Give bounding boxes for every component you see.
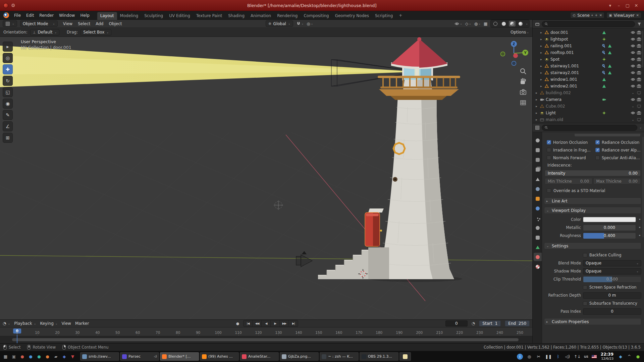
disclosure-arrow[interactable]: ▸ [539, 78, 543, 81]
disclosure-arrow[interactable]: ▸ [539, 64, 543, 68]
ssr-checkbox[interactable] [583, 285, 587, 290]
menu-edit[interactable]: Edit [24, 12, 36, 18]
menu-window[interactable]: Window [57, 12, 77, 18]
orientation-setting-dropdown[interactable]: ⊥ Default⌄ [30, 29, 59, 36]
add-workspace-button[interactable]: + [396, 13, 405, 18]
select-box-tool[interactable]: ▸ [3, 42, 13, 52]
hide-toggle-icon[interactable] [631, 50, 635, 55]
flag-icon[interactable] [592, 355, 597, 358]
window-shade-button[interactable]: ▾ [606, 3, 614, 8]
proportional-editing-toggle[interactable]: ◎⌄ [307, 21, 313, 26]
launcher-blue-icon[interactable]: ● [27, 353, 35, 361]
tab-compositing[interactable]: Compositing [301, 12, 332, 20]
hide-toggle-icon[interactable] [631, 70, 635, 75]
transform-tool[interactable]: ◉ [3, 99, 13, 109]
frame-start-field[interactable]: Start 1 [479, 320, 501, 326]
outliner-item[interactable]: ▸railing.001 [533, 43, 644, 49]
blend-mode-dropdown[interactable]: Opaque⌄ [583, 260, 641, 266]
outliner-scrollbar[interactable] [642, 31, 643, 67]
menu-help[interactable]: Help [78, 12, 92, 18]
tab-texture[interactable] [534, 262, 542, 271]
keyframe-dot[interactable]: • [638, 234, 641, 237]
menu-render[interactable]: Render [37, 12, 56, 18]
checkbox[interactable] [595, 140, 600, 144]
add-cube-tool[interactable]: ⊞ [3, 133, 13, 143]
viewport-menu-view[interactable]: View [61, 21, 75, 27]
outliner-item[interactable]: ▸building.002⌄ [533, 89, 644, 96]
taskbar-window-obs-29-1-3[interactable]: OBS 29.1.3... [360, 352, 398, 361]
viewport-3d[interactable]: Z Y [0, 37, 532, 319]
minimize-button[interactable]: – [614, 3, 623, 8]
property-checkbox-right[interactable]: Radiance Occlusion [593, 140, 641, 145]
xray-toggle[interactable]: ▦ [484, 21, 487, 26]
render-toggle-icon[interactable] [637, 97, 641, 102]
outliner-item[interactable]: ▸Light [533, 110, 644, 116]
disclosure-arrow[interactable]: ▸ [539, 44, 543, 48]
tab-shading[interactable]: Shading [225, 12, 248, 20]
property-checkbox-left[interactable]: Normals Forward [544, 156, 593, 160]
editor-type-button[interactable]: ⌄ [3, 20, 17, 27]
hide-toggle-icon[interactable] [631, 57, 635, 62]
restrict-chevron-icon[interactable]: ⌄ [631, 91, 635, 95]
pin-icon[interactable]: ⌖ [591, 13, 593, 17]
tab-world[interactable] [534, 185, 542, 193]
outliner-item[interactable]: ▸window2.001 [533, 83, 644, 89]
cursor-tool[interactable]: ◎ [3, 53, 13, 63]
property-checkbox-left[interactable]: Horizon Occlusion [544, 140, 593, 145]
tab-constraints[interactable] [534, 233, 542, 242]
properties-editor-icon[interactable] [535, 125, 540, 130]
taskbar-window-smb-awv[interactable]: smb://awv... [80, 352, 119, 361]
keyboard-layout-indicator[interactable]: us [584, 354, 588, 359]
snap-toggle[interactable]: ⌄ [296, 21, 304, 26]
volume-icon[interactable]: ◁) [565, 354, 571, 360]
hide-toggle-icon[interactable] [631, 111, 635, 115]
timeline-ruler[interactable]: 0 01020304050607080901001101201301401501… [0, 327, 532, 336]
preview-range-toggle[interactable]: ◔ [472, 321, 475, 326]
hide-toggle-icon[interactable] [631, 64, 635, 68]
auto-keying-toggle[interactable]: ● [236, 321, 239, 326]
launcher-teal-icon[interactable]: ● [35, 353, 43, 361]
unlink-layer-icon[interactable]: ✕ [636, 13, 639, 17]
checkbox[interactable] [595, 156, 600, 160]
outliner-item[interactable]: ▸lightspot [533, 36, 644, 43]
blender-logo-icon[interactable] [3, 12, 9, 18]
disclosure-arrow[interactable]: ▸ [539, 84, 543, 88]
disclosure-arrow[interactable]: ▸ [539, 31, 543, 34]
refraction-depth-field[interactable]: 0 m [583, 292, 641, 299]
info-indicator[interactable]: i [517, 354, 523, 360]
tab-texture-paint[interactable]: Texture Paint [193, 12, 225, 20]
current-frame-field[interactable]: 0 [445, 320, 468, 326]
monitor-icon[interactable] [637, 90, 641, 95]
checkbox[interactable] [547, 140, 551, 144]
tab-sculpting[interactable]: Sculpting [141, 12, 166, 20]
viewport-canvas[interactable]: Z Y [0, 37, 532, 319]
render-toggle-icon[interactable] [637, 77, 641, 82]
overlays-toggle[interactable]: ◍⌄ [474, 21, 481, 26]
status-icon-green[interactable]: ● [635, 354, 641, 360]
timeline-menu-view[interactable]: View [61, 321, 71, 326]
pause-icon[interactable]: ❚❚ [545, 354, 552, 360]
new-scene-icon[interactable]: + [595, 13, 597, 17]
rendered-shading-button[interactable] [517, 21, 524, 26]
bluetooth-icon[interactable]: ᛒ [555, 354, 561, 360]
outliner-item[interactable]: ▸Spot [533, 56, 644, 63]
tab-animation[interactable]: Animation [248, 12, 274, 20]
checkbox[interactable] [547, 148, 551, 152]
properties-search[interactable] [542, 125, 637, 131]
outliner-item[interactable]: ▸stairway2.001 [533, 69, 644, 76]
disclosure-arrow[interactable]: ▸ [539, 58, 543, 61]
tab-modeling[interactable]: Modeling [117, 12, 142, 20]
viewport-menu-add[interactable]: Add [93, 21, 106, 27]
property-checkbox-right[interactable]: Specular Anti-Alias... [593, 156, 641, 160]
backface-culling-checkbox[interactable] [583, 253, 587, 257]
disclosure-arrow[interactable]: ▸ [535, 111, 538, 115]
hide-toggle-icon[interactable] [631, 97, 635, 102]
maximize-button[interactable]: ▢ [623, 3, 632, 8]
tab-rendering[interactable]: Rendering [274, 12, 301, 20]
tab-scripting[interactable]: Scripting [372, 12, 396, 20]
roughness-slider[interactable]: 0.400 [583, 233, 636, 239]
outliner-item[interactable]: ▸window1.001 [533, 76, 644, 83]
network-icon[interactable]: ↑↓ [574, 354, 581, 360]
prev-keyframe-button[interactable]: ◀◀ [253, 320, 262, 326]
security-icon[interactable]: ◆ [618, 354, 624, 360]
